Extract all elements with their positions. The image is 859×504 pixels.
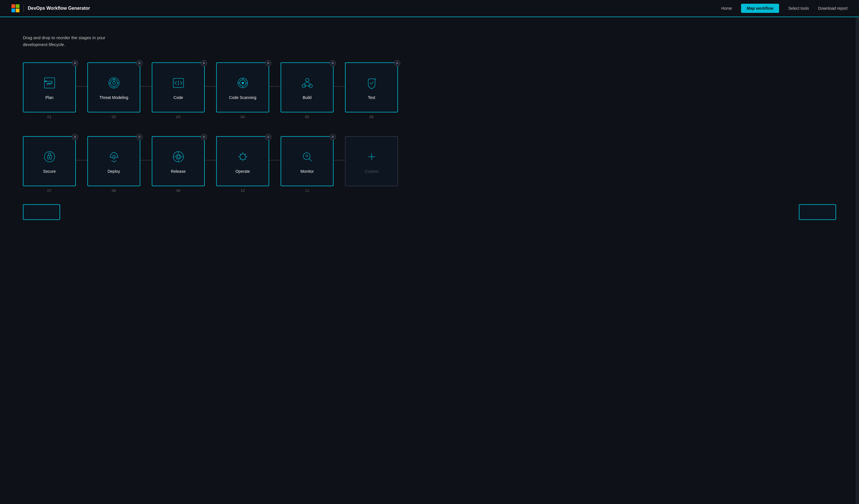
stage-number-custom [371, 189, 372, 193]
stage-number-secure: 07 [47, 189, 51, 193]
stage-build: ✕ Build 05 [281, 62, 334, 119]
stage-card-build[interactable]: ✕ Build [281, 62, 334, 112]
stage-label-test: Test [368, 95, 375, 100]
nav-select-tools[interactable]: Select tools [788, 6, 809, 11]
stage-card-threat[interactable]: ✕ Threat Modeling [87, 62, 140, 112]
stage-deploy: ✕ Deploy 08 [87, 136, 140, 193]
stage-card-custom[interactable]: Custom [345, 136, 398, 186]
stage-card-plan[interactable]: ✕ Plan [23, 62, 76, 112]
stage-number-release: 09 [176, 189, 180, 193]
svg-point-12 [305, 78, 309, 82]
svg-rect-0 [44, 78, 55, 88]
connector-9 [269, 160, 281, 160]
stage-number-monitor: 11 [305, 189, 309, 193]
close-release[interactable]: ✕ [201, 134, 207, 140]
stage-custom: Custom [345, 136, 398, 193]
workflow-grid: ✕ Plan 01 ✕ Threat Modeling [23, 62, 836, 193]
stage-card-operate[interactable]: ✕ Operate [216, 136, 269, 186]
header-nav: Home Map workflow Select tools Download … [721, 4, 847, 13]
nav-home[interactable]: Home [721, 6, 732, 11]
svg-point-6 [112, 81, 116, 84]
custom-plus-icon [363, 148, 380, 165]
stage-label-release: Release [171, 169, 185, 174]
stage-card-release[interactable]: ✕ Release [152, 136, 205, 186]
bottom-card-left[interactable] [23, 204, 60, 220]
stage-card-test[interactable]: ✕ × Test [345, 62, 398, 112]
close-operate[interactable]: ✕ [265, 134, 271, 140]
stage-monitor: ✕ Monitor 11 [281, 136, 334, 193]
svg-line-15 [304, 82, 307, 84]
workflow-row-2: ✕ Secure 07 ✕ [23, 136, 836, 193]
stage-label-secure: Secure [43, 169, 56, 174]
stage-plan: ✕ Plan 01 [23, 62, 76, 119]
svg-line-31 [309, 159, 312, 161]
svg-point-22 [113, 155, 115, 157]
stage-card-monitor[interactable]: ✕ Monitor [281, 136, 334, 186]
connector-1 [76, 86, 87, 87]
stage-test: ✕ × Test 06 [345, 62, 398, 119]
nav-download-report[interactable]: Download report [818, 6, 847, 11]
close-deploy[interactable]: ✕ [136, 134, 142, 140]
scrollbar-track[interactable] [856, 0, 859, 504]
stage-number-threat: 02 [112, 115, 116, 119]
plan-icon [41, 74, 58, 92]
stage-release: ✕ Release 09 [152, 136, 205, 193]
deploy-icon [105, 148, 123, 165]
stage-code-scanning: ✕ Code Scanning 04 [216, 62, 269, 119]
svg-point-30 [303, 153, 310, 160]
close-code-scanning[interactable]: ✕ [265, 60, 271, 66]
close-test[interactable]: ✕ [394, 60, 400, 66]
stage-threat: ✕ Threat Modeling 02 [87, 62, 140, 119]
workflow-row-1: ✕ Plan 01 ✕ Threat Modeling [23, 62, 836, 119]
stage-label-deploy: Deploy [108, 169, 120, 174]
stage-number-code-scanning: 04 [241, 115, 244, 119]
stage-label-threat: Threat Modeling [99, 95, 128, 100]
svg-point-24 [177, 155, 180, 158]
code-scanning-icon [234, 74, 252, 92]
stage-card-code[interactable]: ✕ Code [152, 62, 205, 112]
stage-card-secure[interactable]: ✕ Secure [23, 136, 76, 186]
bottom-card-right[interactable] [799, 204, 836, 220]
monitor-icon [299, 148, 316, 165]
close-plan[interactable]: ✕ [72, 60, 78, 66]
main-content: Drag and drop to reorder the stages in y… [0, 17, 859, 243]
connector-5 [334, 86, 345, 87]
header: DevOps Workflow Generator Home Map workf… [0, 0, 859, 17]
stage-operate: ✕ Operate 10 [216, 136, 269, 193]
stage-number-test: 06 [370, 115, 373, 119]
connector-3 [205, 86, 216, 87]
close-threat[interactable]: ✕ [136, 60, 142, 66]
stage-card-deploy[interactable]: ✕ Deploy [87, 136, 140, 186]
close-build[interactable]: ✕ [330, 60, 336, 66]
test-icon: × [363, 74, 380, 92]
close-monitor[interactable]: ✕ [330, 134, 336, 140]
connector-8 [205, 160, 216, 160]
threat-icon [105, 74, 123, 92]
connector-4 [269, 86, 281, 87]
close-secure[interactable]: ✕ [72, 134, 78, 140]
subtitle: Drag and drop to reorder the stages in y… [23, 34, 143, 48]
stage-number-plan: 01 [47, 115, 51, 119]
connector-10 [334, 160, 345, 160]
stage-label-code: Code [174, 95, 183, 100]
stage-number-operate: 10 [241, 189, 244, 193]
stage-label-plan: Plan [45, 95, 53, 100]
stage-number-code: 03 [176, 115, 180, 119]
nav-map-workflow[interactable]: Map workflow [741, 4, 779, 13]
stage-number-deploy: 08 [112, 189, 116, 193]
secure-icon [41, 148, 58, 165]
stage-card-code-scanning[interactable]: ✕ Code Scanning [216, 62, 269, 112]
stage-label-build: Build [303, 95, 312, 100]
microsoft-logo [12, 4, 19, 12]
operate-icon [234, 148, 252, 165]
close-code[interactable]: ✕ [201, 60, 207, 66]
code-icon [170, 74, 187, 92]
build-icon [299, 74, 316, 92]
svg-text:×: × [375, 77, 376, 80]
header-left: DevOps Workflow Generator [12, 4, 90, 12]
stage-label-custom: Custom [364, 169, 378, 174]
connector-6 [76, 160, 87, 160]
bottom-cards [23, 204, 836, 220]
connector-7 [140, 160, 152, 160]
stage-label-monitor: Monitor [300, 169, 314, 174]
